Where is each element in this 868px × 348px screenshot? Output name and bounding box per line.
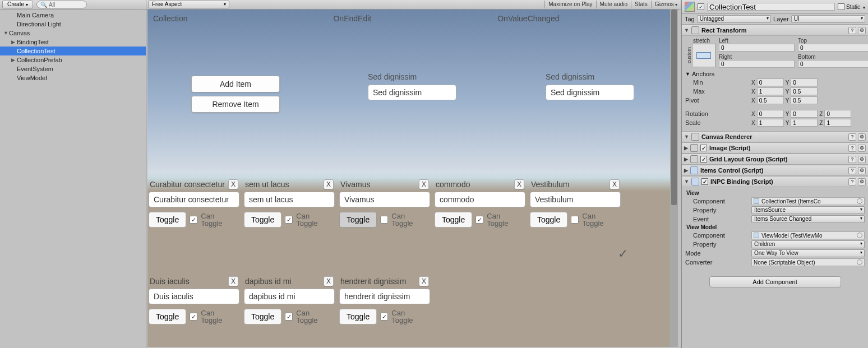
maximize-on-play-toggle[interactable]: Maximize on Play bbox=[544, 1, 595, 8]
close-button[interactable]: X bbox=[419, 276, 429, 286]
rot-x[interactable] bbox=[757, 110, 784, 118]
gameobject-name-field[interactable] bbox=[707, 3, 835, 11]
scale-y[interactable] bbox=[791, 119, 818, 127]
can-toggle-checkbox[interactable] bbox=[475, 216, 483, 224]
mute-audio-toggle[interactable]: Mute audio bbox=[596, 1, 631, 8]
toggle-button[interactable]: Toggle bbox=[244, 309, 281, 324]
gear-icon[interactable]: ⚙ bbox=[858, 27, 866, 34]
vm-property-dropdown[interactable]: Children bbox=[751, 240, 865, 248]
tag-dropdown[interactable]: Untagged bbox=[697, 15, 771, 23]
bottom-field[interactable] bbox=[798, 60, 868, 68]
can-toggle-checkbox[interactable] bbox=[285, 216, 293, 224]
can-toggle-checkbox[interactable] bbox=[190, 216, 197, 224]
close-button[interactable]: X bbox=[419, 179, 429, 189]
toggle-button[interactable]: Toggle bbox=[339, 309, 377, 324]
anchor-min-y[interactable] bbox=[791, 78, 818, 86]
can-toggle-checkbox[interactable] bbox=[571, 216, 579, 224]
rot-z[interactable] bbox=[824, 110, 851, 118]
anchor-max-x[interactable] bbox=[757, 87, 784, 95]
remove-item-button[interactable]: Remove Item bbox=[191, 96, 280, 113]
top-field[interactable] bbox=[798, 44, 868, 52]
close-button[interactable]: X bbox=[610, 179, 620, 189]
scale-x[interactable] bbox=[757, 119, 784, 127]
close-button[interactable]: X bbox=[324, 179, 334, 189]
vm-component-field[interactable]: ViewModel (TestViewMo bbox=[751, 231, 865, 239]
can-toggle-checkbox[interactable] bbox=[285, 313, 293, 321]
gear-icon[interactable]: ⚙ bbox=[858, 156, 866, 163]
toggle-button[interactable]: Toggle bbox=[530, 212, 567, 228]
foldout-icon[interactable]: ▼ bbox=[684, 27, 689, 33]
toggle-button[interactable]: Toggle bbox=[149, 309, 186, 324]
card-input[interactable] bbox=[435, 192, 525, 207]
hierarchy-search[interactable]: 🔍All bbox=[36, 1, 87, 8]
tree-item-canvas[interactable]: ▼Canvas bbox=[0, 29, 146, 38]
gear-icon[interactable]: ⚙ bbox=[858, 178, 866, 185]
grid-enabled-checkbox[interactable] bbox=[700, 156, 707, 163]
onvaluechanged-input[interactable] bbox=[546, 85, 634, 100]
view-event-dropdown[interactable]: Items Source Changed bbox=[751, 215, 865, 223]
onendedit-group: Sed dignissim bbox=[368, 72, 456, 100]
help-icon[interactable]: ? bbox=[848, 27, 856, 34]
card-input[interactable] bbox=[149, 289, 239, 304]
card-input[interactable] bbox=[244, 289, 335, 304]
view-property-dropdown[interactable]: ItemsSource bbox=[751, 206, 865, 214]
tree-item-collection-test[interactable]: CollectionTest bbox=[0, 47, 146, 55]
gear-icon[interactable]: ⚙ bbox=[858, 145, 866, 152]
close-button[interactable]: X bbox=[324, 276, 334, 286]
help-icon[interactable]: ? bbox=[848, 156, 856, 163]
scale-z[interactable] bbox=[824, 119, 851, 127]
tree-item-binding-test[interactable]: ▶BindingTest bbox=[0, 38, 146, 47]
anchor-preset-button[interactable] bbox=[692, 44, 715, 67]
tree-item-main-camera[interactable]: Main Camera bbox=[0, 11, 146, 20]
script-icon bbox=[691, 178, 699, 185]
onendedit-input[interactable] bbox=[368, 85, 456, 100]
card-input[interactable] bbox=[149, 192, 239, 207]
card-input[interactable] bbox=[530, 192, 621, 207]
left-field[interactable] bbox=[719, 44, 795, 52]
image-enabled-checkbox[interactable] bbox=[700, 145, 707, 151]
card-input[interactable] bbox=[244, 192, 335, 207]
card-input[interactable] bbox=[339, 289, 430, 304]
help-icon[interactable]: ? bbox=[848, 178, 856, 185]
toggle-button[interactable]: Toggle bbox=[149, 212, 186, 228]
close-button[interactable]: X bbox=[228, 276, 238, 286]
create-button[interactable]: Create bbox=[2, 1, 33, 8]
gameobject-active-checkbox[interactable] bbox=[698, 3, 704, 10]
anchor-max-y[interactable] bbox=[791, 87, 818, 95]
stats-toggle[interactable]: Stats bbox=[631, 1, 651, 8]
tree-item-view-model[interactable]: ViewModel bbox=[0, 73, 146, 82]
can-toggle-checkbox[interactable] bbox=[380, 313, 388, 321]
close-button[interactable]: X bbox=[514, 179, 524, 189]
toggle-button[interactable]: Toggle bbox=[244, 212, 281, 228]
static-toggle[interactable]: Static bbox=[838, 3, 865, 10]
rot-y[interactable] bbox=[791, 110, 818, 118]
can-toggle-checkbox[interactable] bbox=[190, 313, 197, 321]
game-scrollbar[interactable] bbox=[670, 10, 678, 347]
mode-dropdown[interactable]: One Way To View bbox=[751, 249, 865, 257]
tree-item-collection-prefab[interactable]: ▶CollectionPrefab bbox=[0, 55, 146, 64]
right-field[interactable] bbox=[719, 60, 795, 68]
can-toggle-checkbox[interactable] bbox=[380, 216, 388, 224]
close-button[interactable]: X bbox=[228, 179, 238, 189]
gear-icon[interactable]: ⚙ bbox=[858, 133, 866, 141]
converter-field[interactable]: None (Scriptable Object) bbox=[751, 258, 865, 266]
inpc-enabled-checkbox[interactable] bbox=[701, 178, 708, 185]
add-item-button[interactable]: Add Item bbox=[191, 76, 280, 92]
pivot-x[interactable] bbox=[757, 96, 784, 104]
tree-item-event-system[interactable]: EventSystem bbox=[0, 64, 146, 73]
card-input[interactable] bbox=[339, 192, 430, 207]
pivot-y[interactable] bbox=[791, 96, 818, 104]
tree-item-directional-light[interactable]: Directional Light bbox=[0, 20, 146, 29]
help-icon[interactable]: ? bbox=[848, 145, 856, 152]
gizmos-dropdown[interactable]: Gizmos bbox=[651, 1, 681, 8]
help-icon[interactable]: ? bbox=[848, 133, 856, 141]
add-component-button[interactable]: Add Component bbox=[709, 276, 841, 287]
help-icon[interactable]: ? bbox=[848, 167, 856, 174]
anchor-min-x[interactable] bbox=[757, 78, 784, 86]
toggle-button[interactable]: Toggle bbox=[339, 212, 377, 228]
aspect-dropdown[interactable]: Free Aspect bbox=[148, 1, 229, 8]
view-component-field[interactable]: CollectionTest (ItemsCo bbox=[751, 197, 865, 205]
gear-icon[interactable]: ⚙ bbox=[858, 167, 866, 174]
toggle-button[interactable]: Toggle bbox=[435, 212, 472, 228]
layer-dropdown[interactable]: UI bbox=[791, 15, 865, 23]
